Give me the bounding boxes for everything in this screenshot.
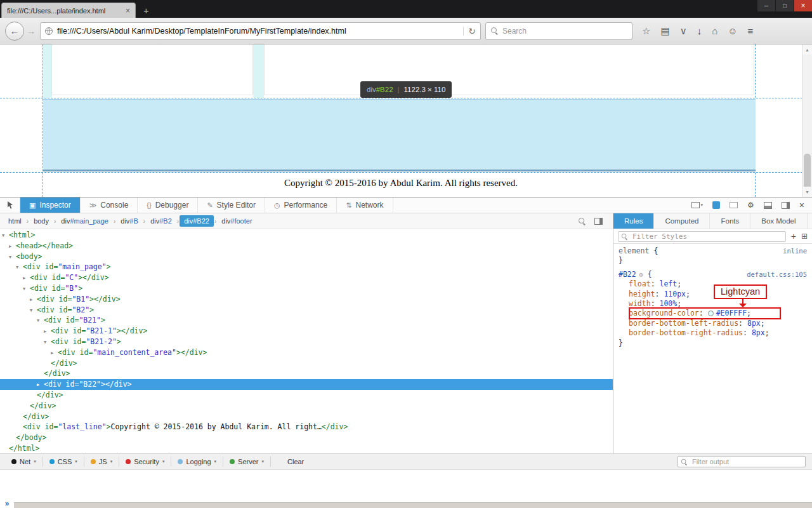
- settings-gear-icon[interactable]: ⚙: [747, 201, 754, 209]
- filter-server-button[interactable]: Server▾: [223, 457, 271, 467]
- breadcrumb-item[interactable]: div#B: [116, 215, 143, 227]
- markup-row[interactable]: <div id="last_line">Copyright © 2015-201…: [0, 422, 613, 432]
- url-bar[interactable]: ↻: [40, 22, 481, 40]
- markup-row[interactable]: </div>: [0, 401, 613, 411]
- split-console-icon[interactable]: [764, 202, 772, 209]
- markup-row[interactable]: </body>: [0, 432, 613, 443]
- sidebar-tab-computed[interactable]: Computed: [654, 213, 710, 229]
- filter-css-button[interactable]: CSS▾: [43, 457, 84, 467]
- add-rule-icon[interactable]: +: [791, 232, 796, 241]
- markup-row[interactable]: ▼<body>: [0, 251, 613, 262]
- tab-close-icon[interactable]: ×: [126, 7, 130, 15]
- url-input[interactable]: [57, 27, 459, 36]
- markup-row[interactable]: ▼<div id="main_page">: [0, 262, 613, 272]
- expander-icon[interactable]: ▼: [30, 305, 37, 316]
- expander-icon[interactable]: ▶: [37, 380, 44, 391]
- css-property[interactable]: width: 100%;: [619, 299, 808, 309]
- expander-icon[interactable]: ▼: [23, 284, 30, 295]
- caret-down-icon[interactable]: ▾: [75, 459, 77, 464]
- markup-row[interactable]: ▶<div id="main_content_area"></div>: [0, 347, 613, 358]
- caret-down-icon[interactable]: ▾: [34, 459, 36, 464]
- devtools-tab-debugger[interactable]: {}Debugger: [138, 197, 198, 213]
- new-tab-button[interactable]: +: [136, 3, 157, 18]
- filter-output-input[interactable]: [678, 456, 806, 467]
- caret-down-icon[interactable]: ▾: [110, 459, 113, 464]
- expander-icon[interactable]: ▶: [23, 273, 30, 284]
- markup-row[interactable]: </div>: [0, 411, 613, 422]
- search-input[interactable]: [502, 27, 627, 36]
- css-property[interactable]: border-bottom-right-radius: 8px;: [619, 328, 808, 338]
- clear-button[interactable]: Clear: [281, 457, 310, 467]
- breadcrumb-item[interactable]: body: [29, 215, 53, 227]
- stylesheet-link[interactable]: default.css:105: [747, 270, 807, 279]
- css-property[interactable]: float: left;: [619, 279, 808, 289]
- browser-tab[interactable]: file:///C:/Users...plate/index.html ×: [1, 3, 136, 18]
- devtools-tab-network[interactable]: ⇅Network: [337, 197, 393, 213]
- download-icon[interactable]: ↓: [697, 26, 702, 36]
- devtools-close-icon[interactable]: ×: [799, 201, 804, 210]
- filter-output-box[interactable]: [678, 456, 806, 467]
- markup-row[interactable]: ▶<head></head>: [0, 241, 613, 251]
- expander-icon[interactable]: ▼: [2, 231, 9, 241]
- bookmarks-menu-icon[interactable]: ▤: [660, 26, 669, 36]
- expander-icon[interactable]: ▼: [9, 252, 16, 263]
- menu-icon[interactable]: ≡: [748, 26, 754, 36]
- markup-row[interactable]: ▼<div id="B2">: [0, 305, 613, 316]
- home-icon[interactable]: ⌂: [712, 26, 717, 36]
- forward-button[interactable]: →: [27, 26, 36, 36]
- expander-icon[interactable]: ▶: [51, 348, 58, 359]
- css-property[interactable]: height: 110px;: [619, 290, 808, 299]
- devtools-tab-console[interactable]: ≫Console: [81, 197, 138, 213]
- sidebar-tab-rules[interactable]: Rules: [613, 213, 654, 229]
- filter-logging-button[interactable]: Logging▾: [171, 457, 223, 467]
- bookmark-star-icon[interactable]: ☆: [642, 26, 650, 36]
- markup-row[interactable]: ▶<div id="C"></div>: [0, 272, 613, 283]
- sidebar-toggle-icon[interactable]: [594, 218, 603, 225]
- css-property[interactable]: background-color: #E0FFFF;: [619, 309, 808, 318]
- rule-selector[interactable]: element: [619, 246, 649, 255]
- markup-row[interactable]: ▼<div id="B">: [0, 283, 613, 294]
- markup-row[interactable]: ▶<div id="B21-1"></div>: [0, 326, 613, 337]
- filter-styles-input[interactable]: [618, 231, 786, 242]
- breadcrumb-item[interactable]: div#B2: [146, 215, 176, 227]
- search-nodes-icon[interactable]: [579, 218, 586, 225]
- devtools-tab-style-editor[interactable]: ✎Style Editor: [198, 197, 265, 213]
- rule-selector[interactable]: #B22: [619, 270, 636, 279]
- minimize-button[interactable]: ─: [757, 0, 775, 11]
- css-property[interactable]: border-bottom-left-radius: 8px;: [619, 319, 808, 328]
- breadcrumb-item[interactable]: div#main_page: [56, 215, 113, 227]
- expander-icon[interactable]: ▼: [44, 337, 51, 348]
- markup-row[interactable]: </div>: [0, 368, 613, 379]
- pseudo-class-panel-icon[interactable]: ⊞: [801, 232, 808, 240]
- filter-js-button[interactable]: JS▾: [84, 457, 119, 467]
- page-scrollbar[interactable]: ▲ ▼: [802, 44, 812, 197]
- dock-side-icon[interactable]: [782, 202, 790, 209]
- markup-row[interactable]: ▼<div id="B21">: [0, 315, 613, 326]
- maximize-button[interactable]: □: [775, 0, 794, 11]
- expander-icon[interactable]: ▶: [30, 295, 37, 305]
- sidebar-tab-box-model[interactable]: Box Model: [750, 213, 807, 229]
- close-window-button[interactable]: ×: [794, 0, 812, 11]
- expander-icon[interactable]: ▼: [37, 316, 44, 326]
- filter-security-button[interactable]: Security▾: [119, 457, 171, 467]
- sidebar-tab-fonts[interactable]: Fonts: [710, 213, 750, 229]
- devtools-tab-performance[interactable]: ◷Performance: [265, 197, 337, 213]
- markup-row[interactable]: ▼<div id="B21-2">: [0, 337, 613, 347]
- markup-row[interactable]: </div>: [0, 390, 613, 401]
- markup-row[interactable]: </div>: [0, 358, 613, 369]
- markup-row[interactable]: ▶<div id="B22"></div>: [0, 379, 613, 390]
- markup-row[interactable]: ▶<div id="B1"></div>: [0, 294, 613, 305]
- frame-picker-icon[interactable]: ▾: [691, 202, 704, 208]
- back-button[interactable]: ←: [5, 22, 24, 41]
- expander-icon[interactable]: ▼: [16, 262, 23, 273]
- expand-tools-button[interactable]: »: [0, 498, 14, 508]
- responsive-mode-icon[interactable]: [712, 201, 720, 209]
- devtools-tab-inspector[interactable]: ▣Inspector: [20, 197, 81, 213]
- markup-row[interactable]: ▼<html>: [0, 230, 613, 241]
- color-swatch[interactable]: [708, 311, 714, 316]
- scroll-down-icon[interactable]: ▼: [802, 187, 812, 197]
- expander-icon[interactable]: ▶: [44, 326, 51, 337]
- breadcrumb-item[interactable]: html: [4, 215, 26, 227]
- scrollbar-thumb[interactable]: [804, 154, 811, 190]
- pocket-icon[interactable]: ∨: [680, 26, 687, 36]
